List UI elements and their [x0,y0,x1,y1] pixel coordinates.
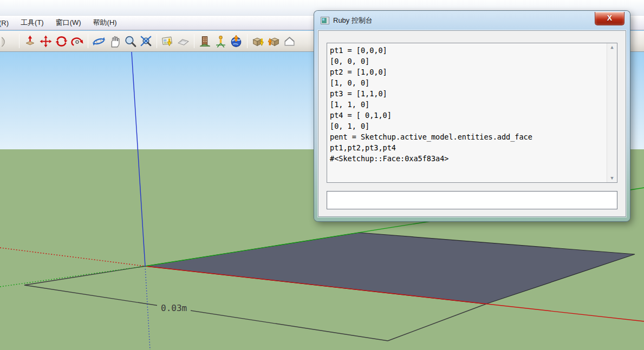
sketchup-window: 0.03m (R)工具(T)窗口(W)帮助(H) Ruby 控制台 X pt1 … [0,0,644,350]
move-icon[interactable] [38,34,53,49]
pan-icon[interactable] [107,34,122,49]
console-line: [1, 0, 0] [330,77,604,88]
dialog-client-area: pt1 = [0,0,0][0, 0, 0]pt2 = [1,0,0][1, 0… [318,30,626,217]
toolbar-separator [157,34,157,48]
orbit-icon[interactable] [92,34,106,49]
dimension-label[interactable]: 0.03m [161,303,187,313]
add-location-icon[interactable] [160,34,175,49]
console-input[interactable] [327,191,617,209]
console-line: #<Sketchup::Face:0xa5f83a4> [330,153,604,164]
toggle-terrain-icon[interactable] [176,34,191,49]
console-text: pt1 = [0,0,0][0, 0, 0]pt2 = [1,0,0][1, 0… [330,45,604,164]
ruby-console-dialog: Ruby 控制台 X pt1 = [0,0,0][0, 0, 0]pt2 = [… [314,11,630,221]
toolbar-separator [194,34,194,48]
place-model-icon[interactable] [213,34,228,49]
menu-item-3[interactable]: 帮助(H) [87,16,123,30]
photo-textures-icon[interactable] [198,34,212,49]
menu-item-1[interactable]: 工具(T) [15,16,50,30]
zoom-icon[interactable] [123,34,138,49]
follow-me-icon[interactable] [70,34,84,49]
menu-item-0[interactable]: (R) [0,17,15,29]
get-models-icon[interactable] [251,34,265,49]
console-line: pt2 = [1,0,0] [330,67,604,77]
toolbar-separator [247,34,248,48]
dialog-title: Ruby 控制台 [333,16,373,25]
ruby-console-window-icon [321,17,329,24]
console-line: pt4 = [ 0,1,0] [330,110,604,121]
console-line: pt1,pt2,pt3,pt4 [330,142,604,153]
scroll-up-icon[interactable]: ▲ [610,45,613,50]
console-line: pt3 = [1,1,0] [330,88,604,99]
console-line: [0, 0, 0] [330,56,604,67]
console-line: [0, 1, 0] [330,121,604,131]
menu-item-2[interactable]: 窗口(W) [50,16,87,30]
toolbar-separator [88,34,88,48]
console-scrollbar[interactable]: ▲ ▼ [607,43,617,182]
console-line: [1, 1, 0] [330,99,604,110]
toolbar-separator [19,34,19,48]
console-line: pent = Sketchup.active_model.entities.ad… [330,131,604,142]
dialog-titlebar[interactable]: Ruby 控制台 X [314,11,630,30]
warehouse-house-icon[interactable] [282,34,297,49]
scroll-down-icon[interactable]: ▼ [610,176,613,181]
rotate-icon[interactable] [54,34,69,49]
share-model-icon[interactable] [266,34,281,49]
google-earth-icon[interactable] [229,34,244,49]
partial-tool-icon[interactable] [1,34,16,49]
zoom-extents-icon[interactable] [139,34,153,49]
console-output[interactable]: pt1 = [0,0,0][0, 0, 0]pt2 = [1,0,0][1, 0… [327,43,617,183]
close-button[interactable]: X [595,12,625,25]
console-line: pt1 = [0,0,0] [330,45,604,56]
push-pull-icon[interactable] [23,34,37,49]
